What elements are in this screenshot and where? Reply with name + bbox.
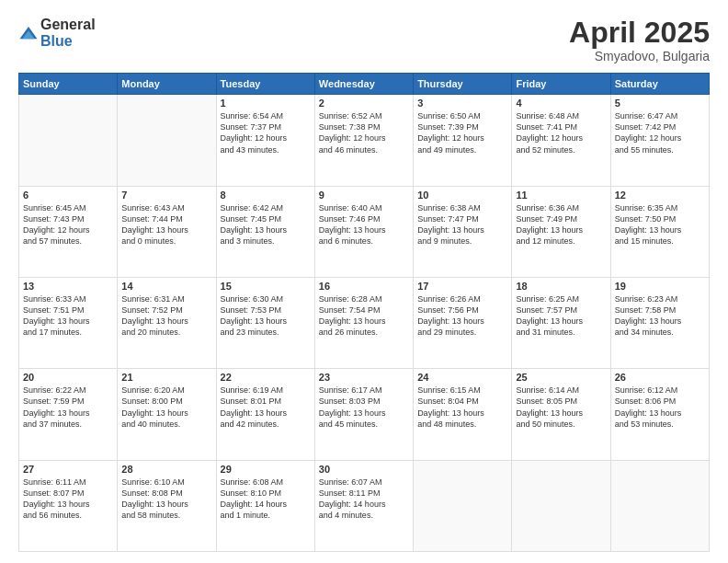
day-number: 23 (319, 372, 409, 383)
logo-blue: Blue (40, 33, 96, 50)
cell-content: Sunrise: 6:40 AMSunset: 7:46 PMDaylight:… (319, 202, 409, 247)
day-number: 3 (417, 98, 507, 109)
page: General Blue April 2025 Smyadovo, Bulgar… (0, 0, 728, 563)
calendar-cell: 5Sunrise: 6:47 AMSunset: 7:42 PMDaylight… (610, 95, 709, 186)
calendar-cell: 19Sunrise: 6:23 AMSunset: 7:58 PMDayligh… (610, 277, 709, 368)
day-number: 7 (121, 190, 211, 201)
month-title: April 2025 (569, 17, 710, 49)
day-number: 10 (417, 190, 507, 201)
day-header-monday: Monday (118, 74, 216, 95)
calendar-cell: 16Sunrise: 6:28 AMSunset: 7:54 PMDayligh… (314, 277, 413, 368)
cell-content: Sunrise: 6:10 AMSunset: 8:08 PMDaylight:… (121, 477, 211, 522)
day-header-wednesday: Wednesday (314, 74, 413, 95)
cell-content: Sunrise: 6:20 AMSunset: 8:00 PMDaylight:… (121, 385, 211, 430)
cell-content: Sunrise: 6:23 AMSunset: 7:58 PMDaylight:… (615, 293, 705, 339)
day-number: 29 (221, 464, 311, 475)
cell-content: Sunrise: 6:30 AMSunset: 7:53 PMDaylight:… (221, 293, 311, 339)
calendar-cell: 2Sunrise: 6:52 AMSunset: 7:38 PMDaylight… (314, 95, 413, 186)
cell-content: Sunrise: 6:43 AMSunset: 7:44 PMDaylight:… (121, 202, 211, 247)
calendar-cell: 3Sunrise: 6:50 AMSunset: 7:39 PMDaylight… (414, 95, 512, 186)
calendar-cell: 14Sunrise: 6:31 AMSunset: 7:52 PMDayligh… (118, 277, 216, 368)
cell-content: Sunrise: 6:15 AMSunset: 8:04 PMDaylight:… (417, 385, 507, 430)
day-number: 15 (221, 281, 311, 292)
cell-content: Sunrise: 6:07 AMSunset: 8:11 PMDaylight:… (319, 477, 409, 522)
cell-content: Sunrise: 6:50 AMSunset: 7:39 PMDaylight:… (417, 110, 507, 155)
day-number: 12 (615, 190, 705, 201)
cell-content: Sunrise: 6:19 AMSunset: 8:01 PMDaylight:… (221, 385, 311, 430)
day-number: 21 (121, 372, 211, 383)
calendar-cell: 22Sunrise: 6:19 AMSunset: 8:01 PMDayligh… (216, 369, 314, 460)
day-number: 20 (23, 372, 113, 383)
calendar-week-4: 20Sunrise: 6:22 AMSunset: 7:59 PMDayligh… (19, 369, 710, 460)
calendar-cell: 25Sunrise: 6:14 AMSunset: 8:05 PMDayligh… (512, 369, 610, 460)
cell-content: Sunrise: 6:25 AMSunset: 7:57 PMDaylight:… (516, 293, 606, 339)
calendar-cell: 28Sunrise: 6:10 AMSunset: 8:08 PMDayligh… (118, 460, 216, 551)
day-number: 6 (23, 190, 113, 201)
calendar-header-row: SundayMondayTuesdayWednesdayThursdayFrid… (19, 74, 710, 95)
day-number: 19 (615, 281, 705, 292)
cell-content: Sunrise: 6:47 AMSunset: 7:42 PMDaylight:… (615, 110, 705, 155)
calendar-cell: 18Sunrise: 6:25 AMSunset: 7:57 PMDayligh… (512, 277, 610, 368)
calendar-cell: 15Sunrise: 6:30 AMSunset: 7:53 PMDayligh… (216, 277, 314, 368)
calendar-cell: 12Sunrise: 6:35 AMSunset: 7:50 PMDayligh… (610, 186, 709, 277)
calendar-cell: 7Sunrise: 6:43 AMSunset: 7:44 PMDaylight… (118, 186, 216, 277)
calendar-cell: 13Sunrise: 6:33 AMSunset: 7:51 PMDayligh… (19, 277, 118, 368)
day-number: 25 (516, 372, 606, 383)
calendar-cell (118, 95, 216, 186)
logo: General Blue (18, 17, 96, 49)
cell-content: Sunrise: 6:52 AMSunset: 7:38 PMDaylight:… (319, 110, 409, 155)
calendar-cell: 4Sunrise: 6:48 AMSunset: 7:41 PMDaylight… (512, 95, 610, 186)
calendar-cell: 20Sunrise: 6:22 AMSunset: 7:59 PMDayligh… (19, 369, 118, 460)
day-number: 14 (121, 281, 211, 292)
calendar-cell: 6Sunrise: 6:45 AMSunset: 7:43 PMDaylight… (19, 186, 118, 277)
day-header-friday: Friday (512, 74, 610, 95)
cell-content: Sunrise: 6:14 AMSunset: 8:05 PMDaylight:… (516, 385, 606, 430)
cell-content: Sunrise: 6:28 AMSunset: 7:54 PMDaylight:… (319, 293, 409, 339)
calendar-week-1: 1Sunrise: 6:54 AMSunset: 7:37 PMDaylight… (19, 95, 710, 186)
cell-content: Sunrise: 6:54 AMSunset: 7:37 PMDaylight:… (221, 110, 311, 155)
cell-content: Sunrise: 6:31 AMSunset: 7:52 PMDaylight:… (121, 293, 211, 339)
day-number: 11 (516, 190, 606, 201)
day-header-sunday: Sunday (19, 74, 118, 95)
cell-content: Sunrise: 6:33 AMSunset: 7:51 PMDaylight:… (23, 293, 113, 339)
day-number: 22 (221, 372, 311, 383)
day-number: 24 (417, 372, 507, 383)
logo-text: General Blue (40, 17, 96, 49)
calendar-cell: 10Sunrise: 6:38 AMSunset: 7:47 PMDayligh… (414, 186, 512, 277)
title-block: April 2025 Smyadovo, Bulgaria (569, 17, 710, 63)
day-number: 4 (516, 98, 606, 109)
cell-content: Sunrise: 6:17 AMSunset: 8:03 PMDaylight:… (319, 385, 409, 430)
calendar-cell: 11Sunrise: 6:36 AMSunset: 7:49 PMDayligh… (512, 186, 610, 277)
cell-content: Sunrise: 6:22 AMSunset: 7:59 PMDaylight:… (23, 385, 113, 430)
cell-content: Sunrise: 6:45 AMSunset: 7:43 PMDaylight:… (23, 202, 113, 247)
day-number: 26 (615, 372, 705, 383)
calendar-cell: 21Sunrise: 6:20 AMSunset: 8:00 PMDayligh… (118, 369, 216, 460)
day-number: 2 (319, 98, 409, 109)
calendar-cell: 26Sunrise: 6:12 AMSunset: 8:06 PMDayligh… (610, 369, 709, 460)
day-header-saturday: Saturday (610, 74, 709, 95)
calendar-week-5: 27Sunrise: 6:11 AMSunset: 8:07 PMDayligh… (19, 460, 710, 551)
day-number: 30 (319, 464, 409, 475)
header: General Blue April 2025 Smyadovo, Bulgar… (18, 17, 710, 63)
calendar-cell: 29Sunrise: 6:08 AMSunset: 8:10 PMDayligh… (216, 460, 314, 551)
cell-content: Sunrise: 6:08 AMSunset: 8:10 PMDaylight:… (221, 477, 311, 522)
cell-content: Sunrise: 6:11 AMSunset: 8:07 PMDaylight:… (23, 477, 113, 522)
calendar-cell: 17Sunrise: 6:26 AMSunset: 7:56 PMDayligh… (414, 277, 512, 368)
location-subtitle: Smyadovo, Bulgaria (569, 49, 710, 63)
calendar-cell: 27Sunrise: 6:11 AMSunset: 8:07 PMDayligh… (19, 460, 118, 551)
cell-content: Sunrise: 6:42 AMSunset: 7:45 PMDaylight:… (221, 202, 311, 247)
calendar-cell (414, 460, 512, 551)
calendar-table: SundayMondayTuesdayWednesdayThursdayFrid… (18, 73, 710, 552)
cell-content: Sunrise: 6:35 AMSunset: 7:50 PMDaylight:… (615, 202, 705, 247)
day-number: 8 (221, 190, 311, 201)
cell-content: Sunrise: 6:38 AMSunset: 7:47 PMDaylight:… (417, 202, 507, 247)
day-number: 27 (23, 464, 113, 475)
calendar-cell: 30Sunrise: 6:07 AMSunset: 8:11 PMDayligh… (314, 460, 413, 551)
day-number: 17 (417, 281, 507, 292)
cell-content: Sunrise: 6:26 AMSunset: 7:56 PMDaylight:… (417, 293, 507, 339)
day-number: 9 (319, 190, 409, 201)
calendar-week-2: 6Sunrise: 6:45 AMSunset: 7:43 PMDaylight… (19, 186, 710, 277)
logo-general: General (40, 17, 96, 33)
calendar-cell (19, 95, 118, 186)
day-number: 1 (221, 98, 311, 109)
